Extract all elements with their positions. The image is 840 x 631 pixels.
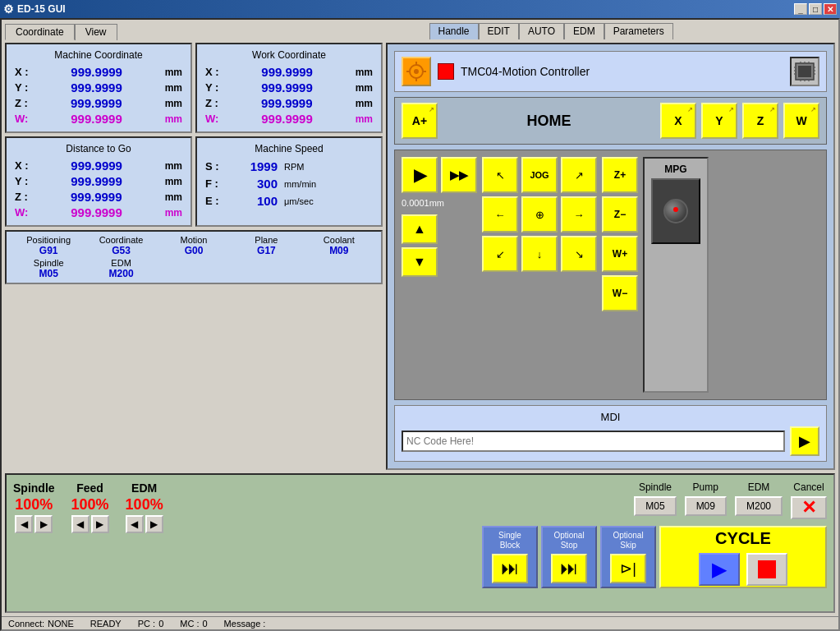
dist-z-value: 999.9999 bbox=[71, 190, 122, 204]
maximize-button[interactable]: □ bbox=[809, 3, 822, 15]
mc-edm-button[interactable]: M200 bbox=[735, 496, 783, 516]
jog-label-btn: JOG bbox=[521, 157, 558, 193]
speed-e-label: E : bbox=[205, 195, 222, 207]
jog-down-button[interactable]: ▼ bbox=[402, 247, 438, 277]
minimize-button[interactable]: _ bbox=[794, 3, 807, 15]
speed-s-value: 1999 bbox=[228, 159, 278, 173]
jog-x-minus[interactable]: ← bbox=[482, 196, 518, 233]
speed-s-label: S : bbox=[205, 160, 222, 173]
right-tab-auto[interactable]: AUTO bbox=[519, 23, 564, 39]
home-y-label: Y bbox=[715, 114, 723, 127]
override-row: Spindle 100% ◀ ▶ Feed 100% ◀ ▶ bbox=[13, 481, 479, 533]
mc-pump-button[interactable]: M09 bbox=[685, 496, 727, 516]
tab-coordinate[interactable]: Coordinate bbox=[5, 24, 75, 40]
jog-y-minus[interactable]: ↓ bbox=[521, 236, 558, 272]
cycle-play-button[interactable]: ▶ bbox=[699, 553, 740, 586]
chip-icon bbox=[790, 57, 819, 86]
machine-x-line: X : 999.9999 mm bbox=[15, 64, 182, 80]
edm-override-title: EDM bbox=[131, 481, 157, 495]
right-tab-edm[interactable]: EDM bbox=[564, 23, 604, 39]
home-label: HOME bbox=[443, 113, 655, 130]
status-positioning-label: Positioning bbox=[13, 235, 84, 245]
mc-cancel-button[interactable]: ✕ bbox=[791, 496, 827, 519]
jog-w-minus[interactable]: W− bbox=[602, 275, 638, 311]
jog-up-button[interactable]: ▲ bbox=[402, 214, 438, 244]
statusbar-connect-label: Connect: bbox=[8, 619, 44, 629]
right-tab-edit[interactable]: EDIT bbox=[479, 23, 519, 39]
mc-edm-label: EDM bbox=[748, 481, 770, 493]
edm-decrement-button[interactable]: ◀ bbox=[126, 515, 144, 533]
statusbar-connect-value: NONE bbox=[48, 619, 74, 629]
statusbar-mc: MC : 0 bbox=[180, 619, 207, 629]
speed-f-line: F : 300 mm/min bbox=[205, 175, 373, 192]
left-panels: Machine Coordinate X : 999.9999 mm Y : 9… bbox=[5, 43, 383, 470]
work-coord-panel: Work Coordinate X : 999.9999 mm Y : 999.… bbox=[195, 43, 383, 133]
jog-z-plus[interactable]: Z+ bbox=[602, 157, 638, 193]
work-w-unit: mm bbox=[356, 113, 373, 125]
home-x-label: X bbox=[674, 114, 682, 127]
status-plane-label: Plane bbox=[231, 235, 301, 245]
right-panel: TMC04-Motion Controller bbox=[386, 43, 835, 470]
close-button[interactable]: ✕ bbox=[824, 3, 837, 15]
home-a-button[interactable]: A+ ↗ bbox=[402, 103, 438, 139]
jog-z-minus[interactable]: Z− bbox=[602, 196, 638, 233]
mdi-input[interactable] bbox=[402, 431, 785, 452]
home-y-button[interactable]: Y ↗ bbox=[701, 103, 737, 139]
right-tab-handle[interactable]: Handle bbox=[429, 23, 479, 39]
left-tab-bar: Coordinate View Handle EDIT AUTO EDM Par… bbox=[2, 20, 838, 39]
spindle-decrement-button[interactable]: ◀ bbox=[15, 515, 33, 533]
cycle-stop-icon bbox=[758, 560, 776, 578]
spindle-increment-button[interactable]: ▶ bbox=[34, 515, 53, 533]
edm-increment-button[interactable]: ▶ bbox=[145, 515, 163, 533]
jog-x-minus-y-plus[interactable]: ↖ bbox=[482, 157, 518, 193]
dist-y-line: Y : 999.9999 mm bbox=[15, 173, 182, 189]
status-motion-label: Motion bbox=[158, 235, 229, 245]
jog-x-plus[interactable]: → bbox=[561, 196, 597, 233]
jog-area: ▶ ▶▶ 0.0001mm ▲ ▼ bbox=[394, 150, 827, 400]
optional-skip-button[interactable]: OptionalSkip ⊳| bbox=[600, 526, 656, 588]
right-tab-parameters[interactable]: Parameters bbox=[604, 23, 673, 39]
cycle-stop-button[interactable] bbox=[746, 553, 787, 586]
tab-view[interactable]: View bbox=[75, 24, 117, 40]
jog-x-plus-y-minus[interactable]: ↘ bbox=[561, 236, 597, 272]
home-z-label: Z bbox=[757, 114, 764, 127]
status-bar: Connect: NONE READY PC : 0 MC : 0 Messag… bbox=[2, 616, 838, 629]
stop-indicator bbox=[438, 63, 454, 80]
feed-decrement-button[interactable]: ◀ bbox=[71, 515, 90, 533]
jog-play-button[interactable]: ▶ bbox=[402, 157, 438, 193]
mdi-run-button[interactable]: ▶ bbox=[790, 426, 819, 456]
work-z-line: Z : 999.9999 mm bbox=[205, 95, 373, 111]
home-x-button[interactable]: X ↗ bbox=[660, 103, 696, 139]
statusbar-connect: Connect: NONE bbox=[8, 619, 74, 629]
dist-w-line: W: 999.9999 mm bbox=[15, 205, 182, 220]
statusbar-message-label: Message : bbox=[224, 619, 266, 629]
jog-center-btn[interactable]: ⊕ bbox=[521, 196, 558, 233]
single-block-button[interactable]: SingleBlock ⏭ bbox=[482, 526, 538, 588]
home-z-arrow-icon: ↗ bbox=[769, 106, 775, 113]
status-edm: EDM M200 bbox=[85, 258, 156, 279]
jog-x-plus-y-plus[interactable]: ↗ bbox=[561, 157, 597, 193]
machine-coord-panel: Machine Coordinate X : 999.9999 mm Y : 9… bbox=[5, 43, 192, 133]
coord-row-bottom: Distance to Go X : 999.9999 mm Y : 999.9… bbox=[5, 136, 383, 227]
jog-ff-button[interactable]: ▶▶ bbox=[441, 157, 477, 193]
status-coolant: Coolant M09 bbox=[304, 235, 374, 256]
work-w-label: W: bbox=[205, 113, 218, 125]
work-x-value: 999.9999 bbox=[261, 65, 313, 79]
machine-z-label: Z : bbox=[15, 97, 28, 109]
home-z-button[interactable]: Z ↗ bbox=[742, 103, 778, 139]
work-x-line: X : 999.9999 mm bbox=[205, 64, 373, 80]
statusbar-pc: PC : 0 bbox=[138, 619, 164, 629]
edm-override: EDM 100% ◀ ▶ bbox=[126, 481, 163, 533]
home-w-button[interactable]: W ↗ bbox=[783, 103, 819, 139]
jog-x-minus-y-minus[interactable]: ↙ bbox=[482, 236, 518, 272]
svg-rect-7 bbox=[798, 66, 811, 77]
mc-spindle-button[interactable]: M05 bbox=[634, 496, 676, 516]
bottom-right: Spindle M05 Pump M09 EDM M200 Cancel bbox=[482, 481, 827, 605]
speed-e-value: 100 bbox=[228, 194, 278, 208]
speed-f-value: 300 bbox=[228, 177, 278, 191]
jog-w-plus[interactable]: W+ bbox=[602, 236, 638, 272]
home-row: A+ ↗ HOME X ↗ Y bbox=[394, 97, 827, 145]
mpg-knob[interactable] bbox=[663, 199, 688, 223]
feed-increment-button[interactable]: ▶ bbox=[91, 515, 109, 533]
optional-stop-button[interactable]: OptionalStop ⏭ bbox=[541, 526, 597, 588]
